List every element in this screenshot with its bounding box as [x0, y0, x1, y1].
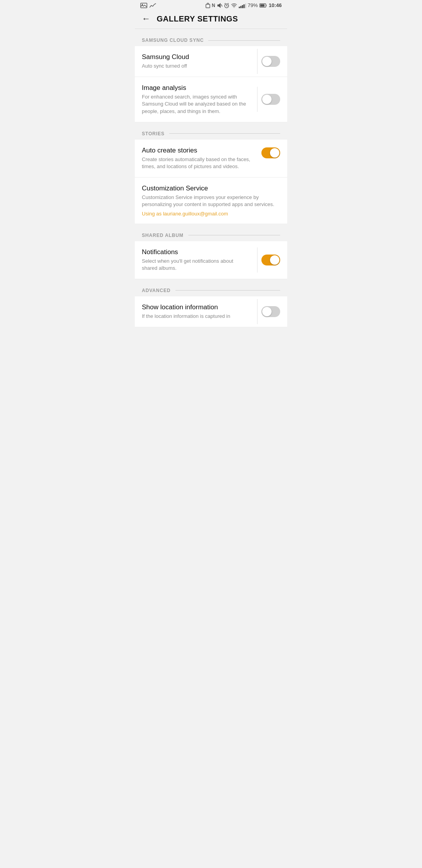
status-left-icons	[140, 3, 156, 8]
chart-icon	[149, 3, 156, 8]
setting-item-notifications: Notifications Select when you'll get not…	[135, 241, 287, 279]
mute-icon	[217, 3, 222, 8]
image-icon	[140, 3, 147, 8]
setting-item-customization-service: Customization Service Customization Serv…	[135, 178, 287, 224]
sim-icon	[206, 3, 210, 8]
nfc-icon: N	[212, 3, 215, 8]
alarm-icon	[224, 3, 229, 8]
svg-marker-3	[218, 4, 220, 7]
page-header: ← GALLERY SETTINGS	[135, 10, 287, 29]
svg-rect-12	[260, 4, 265, 7]
setting-item-auto-create-stories: Auto create stories Create stories autom…	[135, 140, 287, 178]
section-advanced: ADVANCED	[135, 279, 287, 296]
signal-bars	[239, 3, 246, 8]
setting-item-show-location: Show location information If the locatio…	[135, 296, 287, 327]
show-location-toggle[interactable]	[261, 306, 280, 317]
status-bar: N 79%	[135, 0, 287, 10]
page-title: GALLERY SETTINGS	[157, 14, 238, 23]
settings-content: SAMSUNG CLOUD SYNC Samsung Cloud Auto sy…	[135, 29, 287, 327]
wifi-icon	[231, 3, 237, 8]
notifications-toggle[interactable]	[261, 255, 280, 265]
auto-create-stories-toggle[interactable]	[261, 147, 280, 158]
image-analysis-toggle[interactable]	[261, 94, 280, 105]
setting-item-samsung-cloud: Samsung Cloud Auto sync turned off	[135, 46, 287, 77]
svg-rect-2	[206, 4, 210, 8]
svg-line-9	[228, 3, 229, 4]
section-samsung-cloud-sync: SAMSUNG CLOUD SYNC	[135, 29, 287, 46]
svg-line-7	[227, 6, 227, 6]
customization-link[interactable]: Using as lauriane.guilloux@gmail.com	[142, 211, 280, 217]
battery-icon	[259, 3, 267, 8]
status-right-icons: N 79%	[206, 2, 282, 8]
status-time: 10:46	[269, 2, 282, 8]
section-stories: STORIES	[135, 122, 287, 140]
setting-item-image-analysis: Image analysis For enhanced search, imag…	[135, 77, 287, 122]
svg-line-4	[221, 4, 222, 7]
battery-percent: 79%	[248, 2, 258, 8]
svg-line-8	[225, 3, 225, 4]
svg-point-10	[234, 7, 234, 8]
samsung-cloud-toggle[interactable]	[261, 56, 280, 67]
section-shared-album: SHARED ALBUM	[135, 224, 287, 241]
back-button[interactable]: ←	[142, 14, 150, 24]
